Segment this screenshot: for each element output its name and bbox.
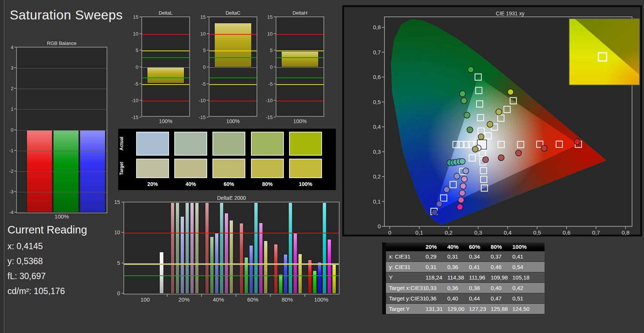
delta-chart-deltal[interactable] [141, 16, 190, 117]
delta-tick-label: -10 [261, 98, 273, 103]
swatch-target-20% [136, 159, 169, 178]
table-cell: 0,44 [469, 295, 491, 302]
ref-line [142, 34, 189, 35]
rgb-gridline [17, 192, 107, 192]
table-cell: 0,36 [447, 285, 469, 291]
swatch-actual-80% [251, 132, 284, 156]
deltae-bar [210, 236, 214, 294]
table-cell: 127,23 [469, 306, 491, 312]
delta-chart-title: DeltaH [292, 10, 307, 16]
table-cell: 124,50 [512, 306, 534, 312]
delta-tick-mark [139, 100, 141, 101]
cie-x-tick-label: 0 [388, 229, 391, 236]
swatch-col-label: 80% [262, 181, 273, 187]
delta-tick-label: 10 [126, 31, 138, 36]
rgb-tick-label: 2 [3, 86, 13, 91]
measurement-table[interactable]: 20%40%60%80%100%x: CIE310,290,310,340,37… [382, 242, 545, 314]
deltae-y-tick [122, 293, 123, 294]
cie-1931-panel[interactable]: CIE 1931 xy 00,10,20,30,40,50,60,70,800,… [342, 5, 642, 236]
rgb-balance-chart[interactable] [16, 47, 107, 213]
reading-x: x: 0,4145 [7, 241, 43, 251]
calibration-dashboard: Saturation Sweeps RGB Balance 43210-1-2-… [0, 0, 644, 333]
deltae-bar [254, 202, 258, 294]
delta-chart-deltah[interactable] [276, 16, 324, 117]
deltae-chart[interactable] [123, 202, 340, 294]
rgb-gridline [17, 109, 107, 110]
rgb-gridline [17, 171, 107, 172]
cie-x-tick-label: 0,1 [415, 229, 423, 236]
delta-x-label: 100% [293, 118, 307, 124]
delta-tick-label: 0 [126, 64, 138, 70]
ref-line [276, 34, 323, 35]
deltae-bar [298, 254, 302, 294]
table-cell: 0,42 [512, 285, 534, 291]
delta-tick-mark [139, 33, 141, 34]
rgb-tick-mark [14, 47, 16, 48]
cie-measured-point [516, 150, 522, 156]
cie-zoom-inset [569, 19, 640, 85]
ref-line [142, 77, 189, 78]
cie-measured-point [467, 127, 473, 133]
cie-measured-point [478, 134, 484, 140]
deltae-bar [205, 202, 209, 294]
cie-measured-point [454, 173, 460, 179]
delta-tick-mark [274, 50, 276, 51]
rgb-tick-mark [14, 150, 16, 151]
table-cell: 0,31 [426, 264, 447, 270]
color-checker-panel[interactable]: ActualTarget20%40%60%80%100% [118, 129, 336, 190]
table-row: Target x:CIE310,330,360,380,400,42 [386, 283, 545, 293]
deltae-bar [313, 271, 317, 294]
cie-x-tick-label: 0,4 [504, 229, 512, 236]
table-cell: 0,41 [512, 253, 534, 260]
table-cell: 0,41 [469, 264, 491, 270]
cie-measured-point [461, 98, 467, 104]
cie-measured-point [468, 67, 474, 73]
rgb-tick-mark [14, 67, 16, 68]
swatch-actual-20% [136, 132, 169, 156]
cie-y-tick-label: 0,7 [373, 49, 381, 55]
table-header-cell: 100% [512, 244, 534, 250]
cie-y-tick-label: 0,5 [373, 99, 381, 105]
ref-line [142, 57, 189, 58]
table-cell: 125,88 [491, 306, 512, 312]
deltae-bar [274, 244, 278, 294]
delta-x-label: 100% [226, 118, 240, 124]
cie-x-tick-label: 0,7 [592, 229, 600, 236]
deltae-x-tick [236, 294, 236, 297]
deltae-bar [171, 202, 175, 294]
table-row-label: Target Y [386, 306, 426, 312]
deltae-bar [195, 202, 199, 294]
delta-bar [281, 51, 319, 67]
table-cell: 105,18 [512, 274, 534, 281]
swatch-actual-40% [174, 132, 207, 156]
ref-line [209, 84, 257, 85]
table-cell: 0,37 [491, 253, 512, 260]
table-row: Target Y131,31129,00127,23125,88124,50 [386, 304, 545, 314]
reading-cdm2: cd/m²: 105,176 [7, 286, 65, 296]
delta-tick-label: 15 [194, 14, 206, 20]
delta-tick-mark [139, 16, 141, 17]
rgb-tick-mark [14, 129, 16, 130]
table-cell: 109,98 [491, 274, 512, 281]
cie-measured-point [472, 146, 478, 152]
rgb-gridline [17, 68, 107, 68]
deltae-ref-line [124, 275, 339, 276]
delta-tick-label: 5 [126, 48, 138, 53]
cie-x-tick-label: 0,5 [533, 229, 541, 236]
cie-measured-point [459, 158, 465, 164]
deltae-x-tick [201, 294, 202, 297]
deltae-bar [220, 202, 224, 294]
ref-line [276, 77, 323, 78]
reading-y: y: 0,5368 [7, 256, 43, 266]
delta-tick-mark [207, 117, 209, 117]
deltae-bar [318, 262, 322, 294]
delta-tick-mark [139, 50, 141, 51]
table-header-cell: 20% [426, 244, 447, 250]
delta-chart-deltac[interactable] [209, 16, 257, 117]
cie-measured-point [458, 197, 464, 203]
current-reading-heading: Current Reading [7, 224, 87, 236]
delta-tick-mark [207, 83, 209, 84]
cie-measured-point [461, 176, 467, 182]
ref-line [276, 51, 323, 51]
delta-chart-title: DeltaC [226, 10, 240, 16]
